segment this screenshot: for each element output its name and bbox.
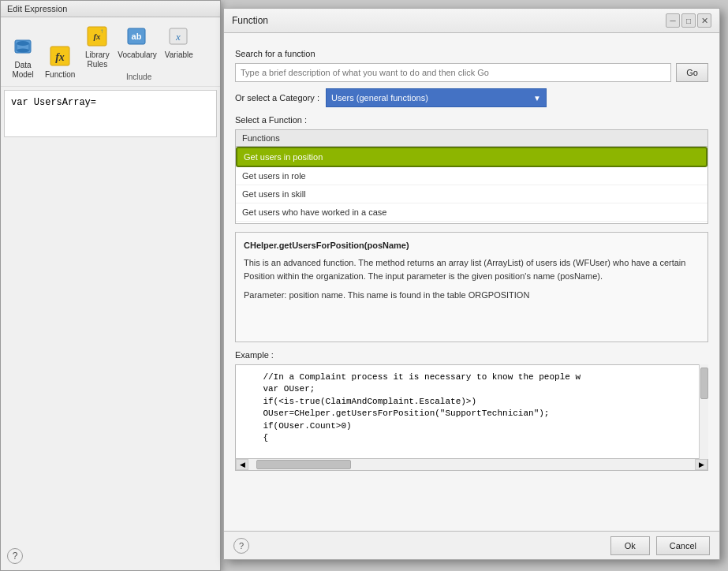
search-input[interactable] [235,63,671,82]
include-label: Include [126,71,151,81]
maximize-button[interactable]: □ [681,13,696,28]
toolbar-variable[interactable]: x Variable [162,22,196,71]
svg-text:ab: ab [132,32,142,41]
footer-buttons: Ok Cancel [610,536,710,555]
library-rules-icon: fx ↑ [84,24,110,49]
toolbar-data-model[interactable]: DataModel [7,32,39,81]
search-section-label: Search for a function [235,49,708,58]
horizontal-scrollbar[interactable]: ◀ ▶ [235,459,708,471]
functions-list-container: Functions Get users in position Get user… [235,129,708,224]
go-button[interactable]: Go [676,63,708,82]
example-code-container[interactable]: //In a Complaint process it is necessary… [235,364,708,459]
help-icon[interactable]: ? [7,548,23,564]
scrollbar-thumb-h [256,460,351,469]
description-section: CHelper.getUsersForPosition(posName) Thi… [235,232,708,342]
toolbar-library-rules[interactable]: fx ↑ LibraryRules [81,22,113,71]
function-item-label-2: Get users in skill [242,189,306,199]
search-row: Go [235,63,708,82]
variable-label: Variable [165,50,193,60]
dialog-body: Search for a function Go Or select a Cat… [224,33,719,479]
include-group: fx ↑ LibraryRules ab Vocabulary [81,22,196,81]
svg-point-1 [17,41,29,46]
example-code: //In a Complaint process it is necessary… [236,365,707,450]
toolbar-function[interactable]: fx Function [42,42,78,81]
func-signature: CHelper.getUsersForPosition(posName) [244,241,700,250]
category-select[interactable]: Users (general functions) ▼ [326,88,547,107]
edit-expression-title: Edit Expression [7,4,67,13]
description-text-2: Parameter: position name. This name is f… [244,289,700,302]
data-model-label: DataModel [12,61,33,80]
functions-header: Functions [236,130,707,147]
minimize-button[interactable]: ─ [666,13,680,28]
description-text-1: This is an advanced function. The method… [244,256,700,282]
function-icon: fx [47,43,73,69]
category-selected-value: Users (general functions) [331,93,428,103]
dialog-titlebar: Function ─ □ ✕ [224,9,719,33]
function-label: Function [45,70,75,80]
select-function-label: Select a Function : [235,115,708,125]
dropdown-arrow-icon: ▼ [533,94,541,103]
scrollbar-track-h [248,459,695,470]
function-item-label-0: Get users in position [244,152,323,162]
library-rules-label: LibraryRules [85,50,110,69]
code-text: var UsersArray= [11,97,96,108]
svg-text:x: x [175,31,181,43]
svg-point-4 [17,49,29,53]
example-code-wrapper: //In a Complaint process it is necessary… [235,364,708,459]
vocabulary-icon: ab [125,24,150,49]
close-button[interactable]: ✕ [697,13,711,28]
cancel-button[interactable]: Cancel [656,536,710,555]
vocabulary-label: Vocabulary [118,50,156,60]
function-item-label-3: Get users who have worked in a case [242,207,386,217]
category-row: Or select a Category : Users (general fu… [235,88,708,107]
function-item-2[interactable]: Get users in skill [236,185,707,203]
code-area[interactable]: var UsersArray= [4,90,217,137]
variable-icon: x [166,24,192,49]
dialog-footer: ? Ok Cancel [224,531,719,559]
scroll-left-button[interactable]: ◀ [236,459,248,470]
edit-expression-window: Edit Expression DataModel fx [0,0,221,571]
dialog-titlebar-icons: ─ □ ✕ [666,13,711,28]
vertical-scrollbar[interactable] [699,364,708,459]
function-dialog: Function ─ □ ✕ Search for a function Go … [223,8,720,560]
function-item-1[interactable]: Get users in role [236,167,707,185]
toolbar-vocabulary[interactable]: ab Vocabulary [114,22,159,71]
category-label: Or select a Category : [235,93,319,103]
dialog-title: Function [232,15,268,26]
edit-expression-titlebar: Edit Expression [1,1,220,17]
function-item-3[interactable]: Get users who have worked in a case [236,203,707,222]
data-model-icon [10,34,35,59]
footer-help-icon[interactable]: ? [233,538,249,554]
example-section: Example : //In a Complaint process it is… [235,350,708,471]
function-item-0[interactable]: Get users in position [236,147,707,167]
example-label: Example : [235,350,708,360]
help-symbol: ? [239,541,244,550]
svg-text:fx: fx [55,51,65,63]
scrollbar-thumb-v [700,368,708,399]
ok-button[interactable]: Ok [610,536,650,555]
scroll-right-button[interactable]: ▶ [695,459,707,470]
toolbar: DataModel fx Function fx ↑ [1,17,220,87]
svg-text:↑: ↑ [100,28,103,35]
function-item-label-1: Get users in role [242,171,306,181]
